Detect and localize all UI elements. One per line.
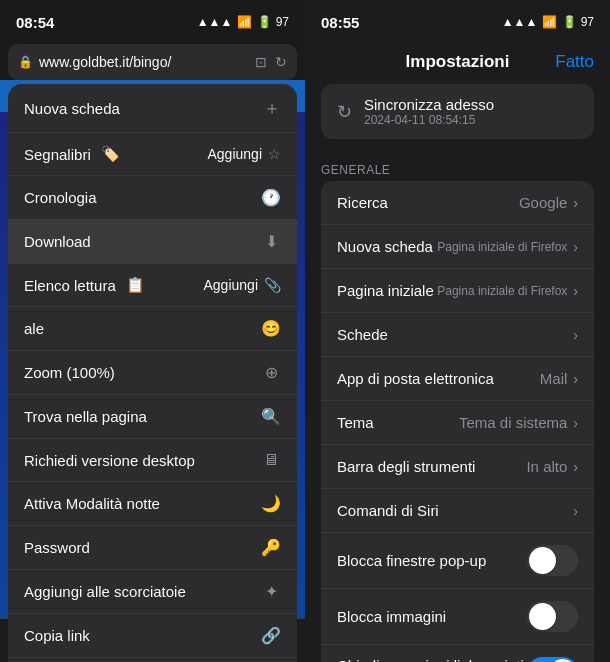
chevron-icon: ›	[573, 195, 578, 211]
sync-date: 2024-04-11 08:54:15	[364, 113, 494, 127]
barra-right: In alto ›	[526, 458, 578, 475]
menu-item-notte[interactable]: Attiva Modalità notte 🌙	[8, 482, 297, 526]
copy-icon[interactable]: ⊡	[255, 54, 267, 70]
sync-title: Sincronizza adesso	[364, 96, 494, 113]
settings-item-pagina-iniziale[interactable]: Pagina iniziale Pagina iniziale di Firef…	[321, 269, 594, 313]
menu-item-segnalibri[interactable]: Segnalibri 🏷️ Aggiungi ☆	[8, 133, 297, 176]
key-icon: 🔑	[261, 538, 281, 557]
elenco-left: Elenco lettura 📋	[24, 276, 145, 294]
settings-item-nuova-scheda[interactable]: Nuova scheda Pagina iniziale di Firefox …	[321, 225, 594, 269]
copy-link-icon: 🔗	[261, 626, 281, 645]
settings-item-link-copiati[interactable]: Chiedi se aprire i link copiati All'aper…	[321, 645, 594, 662]
segnalibri-right: Aggiungi ☆	[208, 146, 282, 162]
scorciatoie-label: Aggiungi alle scorciatoie	[24, 583, 186, 600]
sync-icon: ↻	[337, 101, 352, 123]
dropdown-menu: Nuova scheda ＋ Segnalibri 🏷️ Aggiungi ☆ …	[8, 84, 297, 662]
right-panel: 08:55 ▲▲▲ 📶 🔋 97 Impostazioni Fatto ↻ Si…	[305, 0, 610, 662]
bookmark-icon: 🏷️	[101, 145, 120, 163]
cronologia-label: Cronologia	[24, 189, 97, 206]
elenco-right: Aggiungi 📎	[204, 277, 282, 293]
schede-label: Schede	[337, 326, 388, 343]
settings-item-ricerca[interactable]: Ricerca Google ›	[321, 181, 594, 225]
chevron-icon: ›	[573, 459, 578, 475]
chevron-icon: ›	[573, 283, 578, 299]
menu-item-trova[interactable]: Trova nella pagina 🔍	[8, 395, 297, 439]
menu-item-download[interactable]: Download ⬇	[8, 220, 297, 264]
wifi-icon-right: 📶	[542, 15, 557, 29]
pagina-iniziale-value: Pagina iniziale di Firefox	[437, 284, 567, 298]
barra-value: In alto	[526, 458, 567, 475]
elenco-label: Elenco lettura	[24, 277, 116, 294]
shortcut-icon: ✦	[261, 582, 281, 601]
immagini-toggle[interactable]	[527, 601, 578, 632]
settings-item-schede[interactable]: Schede ›	[321, 313, 594, 357]
sync-section[interactable]: ↻ Sincronizza adesso 2024-04-11 08:54:15	[321, 84, 594, 139]
popup-right	[527, 545, 578, 576]
ricerca-right: Google ›	[519, 194, 578, 211]
segnalibri-label: Segnalibri	[24, 146, 91, 163]
menu-item-copia-link[interactable]: Copia link 🔗	[8, 614, 297, 658]
nueva-scheda-label: Nuova scheda	[24, 100, 120, 117]
menu-item-ale[interactable]: ale 😊	[8, 307, 297, 351]
signal-icon: ▲▲▲	[197, 15, 233, 29]
siri-right: ›	[573, 503, 578, 519]
password-label: Password	[24, 539, 90, 556]
schede-right: ›	[573, 327, 578, 343]
barra-label: Barra degli strumenti	[337, 458, 475, 475]
settings-item-posta[interactable]: App di posta elettronica Mail ›	[321, 357, 594, 401]
trova-label: Trova nella pagina	[24, 408, 147, 425]
right-header: Impostazioni Fatto	[305, 44, 610, 84]
reading-icon: 📋	[126, 276, 145, 294]
zoom-icon: ⊕	[261, 363, 281, 382]
elenco-aggiungi: Aggiungi	[204, 277, 259, 293]
battery-icon-right: 🔋 97	[562, 15, 594, 29]
chevron-icon: ›	[573, 371, 578, 387]
pagina-iniziale-right: Pagina iniziale di Firefox ›	[437, 283, 578, 299]
desktop-label: Richiedi versione desktop	[24, 452, 195, 469]
menu-item-cronologia[interactable]: Cronologia 🕐	[8, 176, 297, 220]
pagina-iniziale-label: Pagina iniziale	[337, 282, 434, 299]
signal-icon-right: ▲▲▲	[502, 15, 538, 29]
toggle-thumb	[529, 547, 556, 574]
settings-item-immagini[interactable]: Blocca immagini	[321, 589, 594, 645]
popup-toggle[interactable]	[527, 545, 578, 576]
menu-item-elenco-lettura[interactable]: Elenco lettura 📋 Aggiungi 📎	[8, 264, 297, 307]
chevron-icon: ›	[573, 239, 578, 255]
notte-label: Attiva Modalità notte	[24, 495, 160, 512]
immagini-label: Blocca immagini	[337, 608, 446, 625]
menu-item-zoom[interactable]: Zoom (100%) ⊕	[8, 351, 297, 395]
settings-group-generale: Ricerca Google › Nuova scheda Pagina ini…	[321, 181, 594, 662]
menu-item-password[interactable]: Password 🔑	[8, 526, 297, 570]
wifi-icon: 📶	[237, 15, 252, 29]
posta-right: Mail ›	[540, 370, 578, 387]
settings-item-siri[interactable]: Comandi di Siri ›	[321, 489, 594, 533]
settings-item-popup[interactable]: Blocca finestre pop-up	[321, 533, 594, 589]
chevron-icon: ›	[573, 503, 578, 519]
link-copiati-toggle[interactable]	[527, 657, 578, 662]
menu-item-desktop[interactable]: Richiedi versione desktop 🖥	[8, 439, 297, 482]
link-copiati-label: Chiedi se aprire i link copiati	[337, 657, 524, 662]
url-text: www.goldbet.it/bingo/	[39, 54, 249, 70]
posta-value: Mail	[540, 370, 568, 387]
moon-icon: 🌙	[261, 494, 281, 513]
menu-item-scorciatoie[interactable]: Aggiungi alle scorciatoie ✦	[8, 570, 297, 614]
tema-value: Tema di sistema	[459, 414, 567, 431]
url-bar[interactable]: 🔒 www.goldbet.it/bingo/ ⊡ ↻	[8, 44, 297, 80]
settings-item-barra[interactable]: Barra degli strumenti In alto ›	[321, 445, 594, 489]
search-icon: 🔍	[261, 407, 281, 426]
settings-item-tema[interactable]: Tema Tema di sistema ›	[321, 401, 594, 445]
plus-icon: ＋	[263, 96, 281, 120]
link-copiati-info: Chiedi se aprire i link copiati All'aper…	[337, 657, 524, 662]
right-time: 08:55	[321, 14, 359, 31]
segnalibri-left: Segnalibri 🏷️	[24, 145, 120, 163]
popup-label: Blocca finestre pop-up	[337, 552, 486, 569]
fatto-button[interactable]: Fatto	[555, 52, 594, 72]
nuova-scheda-right: Pagina iniziale di Firefox ›	[437, 239, 578, 255]
desktop-icon: 🖥	[261, 451, 281, 469]
menu-item-nueva-scheda[interactable]: Nuova scheda ＋	[8, 84, 297, 133]
battery-icon: 🔋 97	[257, 15, 289, 29]
refresh-icon[interactable]: ↻	[275, 54, 287, 70]
settings-title: Impostazioni	[406, 52, 510, 72]
download-label: Download	[24, 233, 91, 250]
menu-item-invia-link[interactable]: Invia link a dispositivo 📤	[8, 658, 297, 662]
